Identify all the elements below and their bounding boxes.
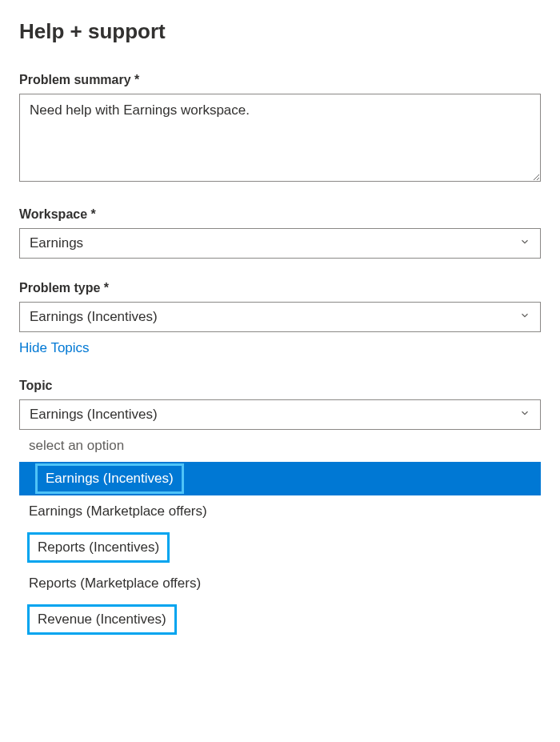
page-title: Help + support [19,19,541,44]
workspace-group: Workspace * Earnings [19,207,541,259]
topic-select[interactable]: Earnings (Incentives) [19,399,541,430]
topic-group: Topic Earnings (Incentives) select an op… [19,379,541,640]
workspace-selected-value: Earnings [30,235,83,251]
problem-summary-group: Problem summary * [19,73,541,185]
topic-option-revenue-incentives[interactable]: Revenue (Incentives) [27,604,177,635]
workspace-label: Workspace * [19,207,541,222]
problem-type-group: Problem type * Earnings (Incentives) Hid… [19,281,541,356]
problem-summary-label: Problem summary * [19,73,541,87]
problem-type-selected-value: Earnings (Incentives) [30,309,158,325]
problem-summary-input[interactable] [19,94,541,182]
topic-label: Topic [19,379,541,393]
topic-selected-value: Earnings (Incentives) [30,407,158,423]
topic-option-earnings-incentives[interactable]: Earnings (Incentives) [35,463,184,494]
problem-type-label: Problem type * [19,281,541,295]
topic-option-earnings-marketplace[interactable]: Earnings (Marketplace offers) [19,495,541,527]
topic-option-reports-marketplace[interactable]: Reports (Marketplace offers) [19,568,541,600]
chevron-down-icon [519,235,530,251]
topic-option-reports-incentives[interactable]: Reports (Incentives) [27,532,170,563]
topic-option-placeholder[interactable]: select an option [19,430,541,462]
chevron-down-icon [519,407,530,423]
chevron-down-icon [519,309,530,325]
hide-topics-link[interactable]: Hide Topics [19,340,90,356]
problem-type-select[interactable]: Earnings (Incentives) [19,302,541,332]
topic-dropdown-list: select an option Earnings (Incentives) E… [19,430,541,640]
workspace-select[interactable]: Earnings [19,228,541,259]
